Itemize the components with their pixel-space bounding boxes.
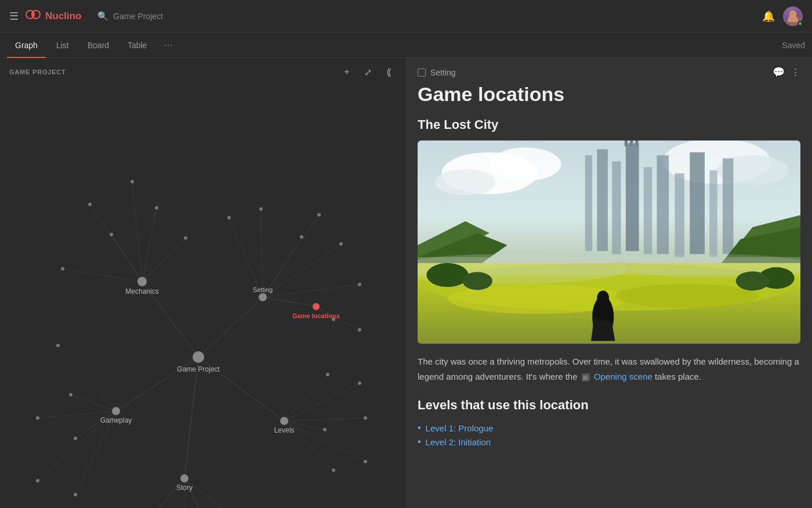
tab-table-label: Table	[128, 41, 147, 50]
svg-rect-2	[0, 58, 406, 508]
svg-point-113	[597, 291, 609, 305]
svg-rect-94	[626, 143, 639, 251]
opening-scene-link-icon: ▤	[582, 373, 590, 381]
search-area[interactable]: 🔍 Game Project	[97, 11, 755, 21]
svg-rect-93	[612, 161, 621, 254]
svg-rect-102	[630, 140, 633, 146]
svg-point-79	[180, 474, 188, 482]
lost-city-image	[418, 140, 800, 344]
collapse-button[interactable]: ⟪	[380, 64, 397, 80]
svg-rect-99	[709, 170, 717, 257]
svg-rect-100	[723, 158, 734, 254]
doc-body-text: The city was once a thriving metropolis.…	[418, 354, 800, 384]
svg-point-55	[339, 242, 343, 246]
logo-icon	[26, 8, 41, 24]
comment-icon[interactable]: 💬	[773, 66, 785, 78]
svg-point-42	[110, 233, 113, 236]
svg-point-87	[490, 147, 561, 181]
svg-point-88	[436, 169, 495, 195]
svg-point-61	[364, 416, 367, 420]
setting-checkbox[interactable]	[418, 69, 426, 77]
svg-point-75	[112, 407, 120, 415]
tab-board-label: Board	[88, 41, 109, 50]
logo[interactable]: Nuclino	[26, 8, 81, 24]
svg-point-64	[332, 469, 335, 472]
avatar-status-dot	[798, 21, 803, 26]
svg-point-47	[36, 416, 39, 420]
tab-board[interactable]: Board	[79, 33, 117, 58]
svg-text:Levels: Levels	[274, 426, 295, 434]
saved-status: Saved	[782, 33, 805, 57]
svg-point-63	[364, 460, 367, 463]
graph-action-buttons: + ⤢ ⟪	[339, 64, 397, 80]
svg-rect-103	[635, 140, 638, 146]
user-avatar[interactable]	[783, 6, 803, 26]
logo-text: Nuclino	[45, 10, 81, 22]
svg-point-56	[358, 283, 361, 286]
svg-text:Mechanics: Mechanics	[125, 287, 158, 296]
level2-link[interactable]: Level 2: Initiation	[426, 437, 491, 447]
hamburger-icon[interactable]: ☰	[9, 10, 19, 23]
svg-point-54	[300, 235, 303, 239]
search-icon: 🔍	[97, 11, 108, 21]
svg-rect-95	[644, 167, 652, 254]
svg-rect-92	[597, 149, 608, 251]
svg-point-52	[259, 207, 263, 211]
svg-point-77	[280, 417, 288, 425]
svg-rect-98	[690, 152, 705, 254]
svg-text:Game locations: Game locations	[292, 312, 340, 319]
svg-point-41	[155, 206, 158, 210]
svg-point-46	[69, 393, 72, 397]
level1-link[interactable]: Level 1: Prologue	[426, 423, 494, 433]
svg-point-59	[326, 373, 329, 376]
opening-scene-link[interactable]: Opening scene	[594, 372, 652, 381]
tab-graph[interactable]: Graph	[7, 33, 46, 58]
doc-header: Setting 💬 ⋮	[406, 58, 812, 83]
graph-svg: Game Project Mechanics Setting Game loca…	[0, 58, 406, 508]
bell-icon[interactable]: 🔔	[762, 10, 775, 23]
section1-title: The Lost City	[418, 117, 800, 132]
list-item: Level 2: Initiation	[418, 435, 800, 449]
document-panel: Setting 💬 ⋮ Game locations The Lost City	[406, 58, 812, 508]
svg-point-58	[358, 328, 361, 332]
project-label: GAME PROJECT	[9, 69, 66, 75]
svg-point-67	[193, 351, 204, 363]
svg-text:Story: Story	[176, 484, 193, 492]
graph-header: GAME PROJECT + ⤢ ⟪	[0, 58, 406, 86]
section2-title: Levels that use this location	[418, 398, 800, 413]
main-content: GAME PROJECT + ⤢ ⟪	[0, 58, 812, 508]
doc-title: Game locations	[418, 83, 800, 106]
tab-table[interactable]: Table	[119, 33, 155, 58]
svg-point-71	[259, 293, 267, 301]
svg-point-45	[56, 344, 60, 347]
svg-text:Game Project: Game Project	[177, 365, 220, 373]
search-text: Game Project	[113, 12, 163, 21]
svg-point-73	[313, 303, 320, 310]
levels-list: Level 1: Prologue Level 2: Initiation	[418, 421, 800, 449]
tab-list[interactable]: List	[48, 33, 77, 58]
svg-point-49	[36, 479, 39, 482]
svg-point-40	[88, 203, 92, 206]
svg-point-50	[74, 493, 77, 496]
tab-list-label: List	[56, 41, 69, 50]
tab-more-button[interactable]: ⋯	[158, 33, 179, 57]
list-item: Level 1: Prologue	[418, 421, 800, 435]
doc-body: Game locations The Lost City	[406, 83, 812, 466]
svg-point-43	[61, 267, 64, 271]
svg-rect-91	[585, 155, 592, 251]
svg-point-118	[426, 263, 468, 287]
expand-button[interactable]: ⤢	[360, 64, 376, 80]
svg-point-48	[74, 437, 77, 440]
svg-text:Gameplay: Gameplay	[100, 416, 132, 424]
svg-point-60	[358, 381, 361, 385]
svg-point-69	[137, 277, 147, 286]
setting-checkbox-area: Setting	[418, 68, 456, 77]
svg-point-62	[323, 428, 327, 431]
svg-point-120	[462, 272, 492, 290]
svg-rect-96	[657, 155, 669, 254]
svg-text:Setting: Setting	[253, 286, 273, 293]
add-node-button[interactable]: +	[339, 64, 355, 80]
right-icons: 🔔	[762, 6, 803, 26]
more-options-icon[interactable]: ⋮	[791, 66, 800, 78]
svg-point-111	[615, 284, 759, 308]
